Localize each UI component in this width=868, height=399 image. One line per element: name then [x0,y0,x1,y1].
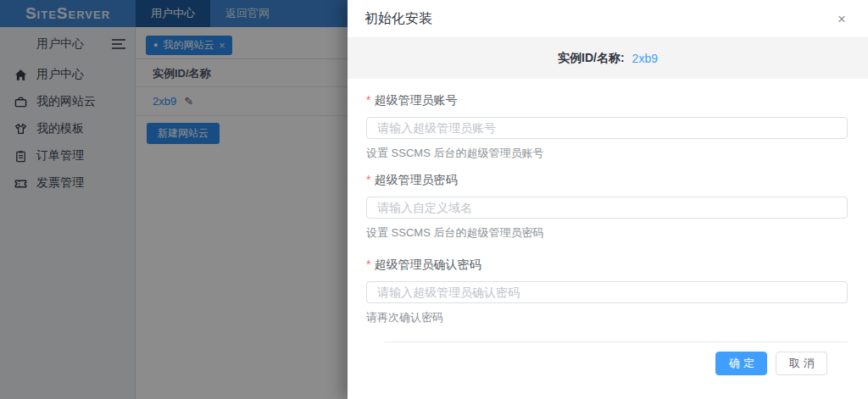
admin-account-input[interactable] [366,117,848,139]
instance-info-bar: 实例ID/名称: 2xb9 [348,38,868,79]
field-label: *超级管理员账号 [366,91,848,108]
admin-confirm-password-input[interactable] [366,281,848,303]
required-mark: * [366,173,370,186]
admin-confirm-password-field-group: *超级管理员确认密码 请再次确认密码 [366,256,848,325]
admin-password-input[interactable] [366,197,848,219]
admin-account-field-group: *超级管理员账号 设置 SSCMS 后台的超级管理员账号 [366,91,848,161]
init-install-drawer: 初始化安装 × 实例ID/名称: 2xb9 *超级管理员账号 设置 SSCMS … [348,0,868,399]
field-label-text: 超级管理员账号 [374,93,457,107]
init-install-form: *超级管理员账号 设置 SSCMS 后台的超级管理员账号 *超级管理员密码 设置… [348,79,868,375]
instance-info-label: 实例ID/名称: [558,51,625,66]
instance-info-value-link[interactable]: 2xb9 [632,52,658,65]
field-label-text: 超级管理员确认密码 [374,258,481,271]
field-hint: 设置 SSCMS 后台的超级管理员账号 [366,146,848,161]
field-label-text: 超级管理员密码 [374,173,457,186]
required-mark: * [366,258,370,271]
admin-password-field-group: *超级管理员密码 设置 SSCMS 后台的超级管理员密码 [366,171,848,241]
field-hint: 设置 SSCMS 后台的超级管理员密码 [366,225,848,241]
page: SiteServer 用户中心 返回官网 用户中心 用户中心 我的网站云 我的模… [0,0,868,399]
drawer-title: 初始化安装 [364,10,432,28]
field-label: *超级管理员密码 [366,171,848,188]
required-mark: * [366,93,370,107]
field-hint: 请再次确认密码 [366,310,848,325]
field-label: *超级管理员确认密码 [366,256,848,273]
drawer-header: 初始化安装 × [348,0,868,38]
close-icon[interactable]: × [837,12,846,26]
confirm-button[interactable]: 确定 [715,352,767,375]
cancel-button[interactable]: 取消 [776,352,827,375]
drawer-footer: 确定 取消 [366,342,848,375]
